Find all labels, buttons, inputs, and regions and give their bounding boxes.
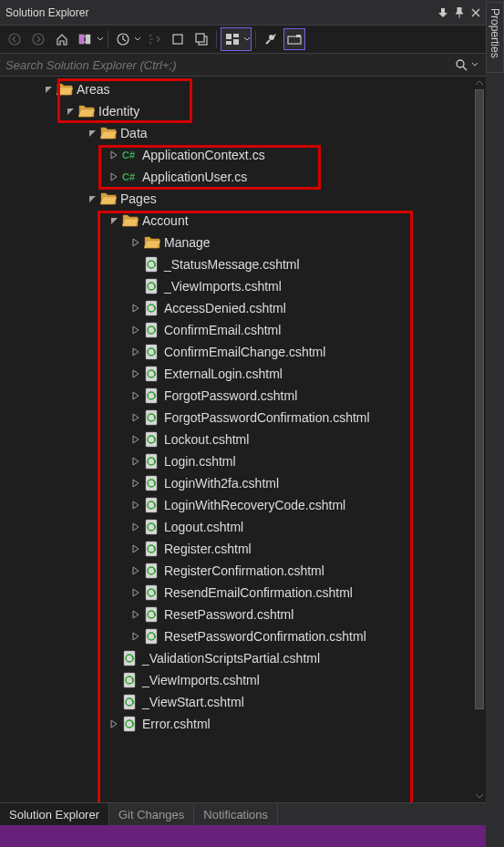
tree-item-file[interactable]: RegisterConfirmation.cshtml bbox=[0, 560, 473, 582]
tree-item-label: _ViewStart.cshtml bbox=[142, 695, 244, 709]
close-icon[interactable] bbox=[471, 8, 480, 17]
expander-open-icon[interactable] bbox=[86, 191, 100, 206]
tree-item-file[interactable]: LoginWith2fa.cshtml bbox=[0, 472, 473, 494]
expander-closed-icon[interactable] bbox=[129, 235, 144, 250]
expander-closed-icon[interactable] bbox=[129, 432, 144, 447]
solution-tree[interactable]: Areas Identity Data ApplicationContext.c… bbox=[0, 77, 473, 802]
side-tab-properties[interactable]: Properties bbox=[486, 2, 504, 73]
tree-item-file[interactable]: Lockout.cshtml bbox=[0, 429, 473, 450]
preview-selected-button[interactable] bbox=[221, 27, 252, 51]
tab-solution-explorer[interactable]: Solution Explorer bbox=[0, 803, 109, 825]
properties-button[interactable] bbox=[260, 28, 282, 50]
tree-item-file[interactable]: ForgotPassword.cshtml bbox=[0, 385, 473, 407]
cshtml-file-icon bbox=[122, 694, 139, 710]
cshtml-file-icon bbox=[144, 300, 160, 316]
tree-item-file[interactable]: Login.cshtml bbox=[0, 450, 473, 472]
show-all-files-button[interactable] bbox=[167, 28, 189, 50]
tree-item-file[interactable]: ResetPasswordConfirmation.cshtml bbox=[0, 625, 473, 647]
tree-item-label: Error.cshtml bbox=[142, 717, 211, 731]
expander-closed-icon[interactable] bbox=[129, 629, 144, 644]
tree-item-file[interactable]: ExternalLogin.cshtml bbox=[0, 363, 473, 385]
cshtml-file-icon bbox=[122, 716, 139, 732]
tree-item-file[interactable]: ForgotPasswordConfirmation.cshtml bbox=[0, 407, 473, 429]
tree-item-account[interactable]: Account bbox=[0, 210, 473, 232]
tree-item-file[interactable]: _ViewStart.cshtml bbox=[0, 691, 473, 713]
expander-closed-icon[interactable] bbox=[108, 170, 122, 184]
tree-item-identity[interactable]: Identity bbox=[0, 100, 473, 122]
tree-item-file[interactable]: _StatusMessage.cshtml bbox=[0, 253, 473, 275]
tree-item-file[interactable]: LoginWithRecoveryCode.cshtml bbox=[0, 494, 473, 516]
tree-item-label: ExternalLogin.cshtml bbox=[164, 367, 283, 381]
expander-closed-icon[interactable] bbox=[108, 148, 122, 162]
expander-closed-icon[interactable] bbox=[129, 542, 144, 556]
expander-closed-icon[interactable] bbox=[129, 454, 144, 469]
expander-closed-icon[interactable] bbox=[108, 717, 122, 731]
tab-git-changes[interactable]: Git Changes bbox=[109, 803, 194, 825]
tree-item-file[interactable]: AccessDenied.cshtml bbox=[0, 297, 473, 319]
tree-item-file[interactable]: _ViewImports.cshtml bbox=[0, 669, 473, 691]
expander-open-icon[interactable] bbox=[64, 104, 78, 119]
search-input[interactable] bbox=[5, 58, 453, 72]
toolbar bbox=[0, 26, 486, 53]
sync-button[interactable] bbox=[143, 28, 165, 50]
back-button[interactable] bbox=[4, 28, 26, 50]
home-button[interactable] bbox=[51, 28, 73, 50]
tree-item-file[interactable]: ConfirmEmail.cshtml bbox=[0, 319, 473, 341]
chevron-down-icon[interactable] bbox=[469, 63, 480, 67]
tree-item-file[interactable]: ApplicationContext.cs bbox=[0, 144, 473, 166]
expander-closed-icon[interactable] bbox=[129, 345, 144, 359]
vertical-scrollbar[interactable] bbox=[473, 77, 486, 802]
pin-icon[interactable] bbox=[455, 7, 464, 18]
expander-open-icon[interactable] bbox=[42, 82, 57, 97]
tree-item-label: RegisterConfirmation.cshtml bbox=[164, 563, 324, 578]
expander-closed-icon[interactable] bbox=[129, 323, 144, 337]
tree-item-pages[interactable]: Pages bbox=[0, 188, 473, 210]
tree-item-file[interactable]: Error.cshtml bbox=[0, 713, 473, 735]
window-position-icon[interactable] bbox=[438, 8, 447, 17]
tree-item-file[interactable]: _ViewImports.cshtml bbox=[0, 275, 473, 297]
tree-item-file[interactable]: Logout.cshtml bbox=[0, 516, 473, 538]
expander-closed-icon[interactable] bbox=[129, 301, 144, 315]
expander-closed-icon[interactable] bbox=[129, 585, 144, 600]
tree-item-file[interactable]: ResetPassword.cshtml bbox=[0, 604, 473, 625]
expander-closed-icon[interactable] bbox=[129, 520, 144, 534]
svg-point-17 bbox=[457, 60, 464, 67]
tab-notifications[interactable]: Notifications bbox=[194, 803, 278, 825]
tree-item-areas[interactable]: Areas bbox=[0, 78, 473, 100]
expander-closed-icon[interactable] bbox=[129, 476, 144, 491]
tree-item-label: ApplicationContext.cs bbox=[142, 148, 265, 162]
svg-rect-6 bbox=[86, 35, 90, 44]
scrollbar-thumb[interactable] bbox=[475, 89, 484, 709]
expander-closed-icon[interactable] bbox=[129, 410, 144, 425]
tree-item-data[interactable]: Data bbox=[0, 122, 473, 144]
tree-item-file[interactable]: ConfirmEmailChange.cshtml bbox=[0, 341, 473, 363]
chevron-down-icon[interactable] bbox=[97, 28, 104, 50]
collapse-all-button[interactable] bbox=[190, 28, 212, 50]
tree-item-label: Logout.cshtml bbox=[164, 520, 243, 534]
tree-item-file[interactable]: ApplicationUser.cs bbox=[0, 166, 473, 188]
search-icon[interactable] bbox=[453, 58, 469, 71]
expander-closed-icon[interactable] bbox=[129, 563, 144, 578]
svg-rect-12 bbox=[226, 41, 231, 45]
tree-item-file[interactable]: ResendEmailConfirmation.cshtml bbox=[0, 582, 473, 604]
expander-open-icon[interactable] bbox=[108, 213, 122, 228]
expander-closed-icon[interactable] bbox=[129, 607, 144, 622]
preview-button[interactable] bbox=[283, 28, 305, 50]
tree-item-file[interactable]: Register.cshtml bbox=[0, 538, 473, 560]
forward-button[interactable] bbox=[27, 28, 49, 50]
tree-item-manage[interactable]: Manage bbox=[0, 232, 473, 253]
expander-open-icon[interactable] bbox=[86, 126, 100, 140]
tree-item-file[interactable]: _ValidationScriptsPartial.cshtml bbox=[0, 647, 473, 669]
tree-item-label: Identity bbox=[98, 104, 139, 119]
expander-closed-icon[interactable] bbox=[129, 367, 144, 381]
scroll-up-icon[interactable] bbox=[473, 77, 486, 89]
expander-closed-icon[interactable] bbox=[129, 388, 144, 403]
switch-views-button[interactable] bbox=[75, 28, 97, 50]
pending-changes-button[interactable] bbox=[112, 28, 134, 50]
scroll-down-icon[interactable] bbox=[473, 790, 486, 802]
chevron-down-icon[interactable] bbox=[243, 28, 251, 50]
chevron-down-icon[interactable] bbox=[134, 28, 141, 50]
expander-closed-icon[interactable] bbox=[129, 498, 144, 512]
cshtml-file-icon bbox=[144, 409, 160, 426]
cshtml-file-icon bbox=[144, 366, 160, 382]
